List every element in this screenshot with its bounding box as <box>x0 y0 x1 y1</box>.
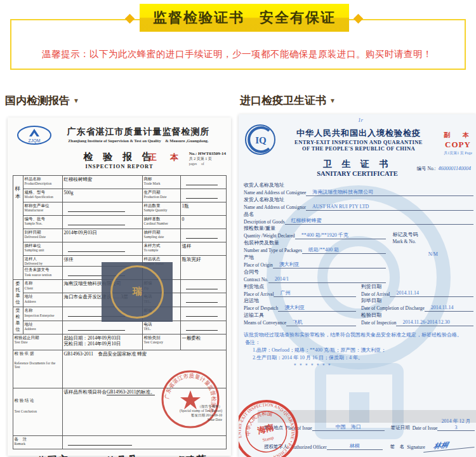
field-label-cn: 到货地点 <box>244 284 356 291</box>
sanitary-certificate: 1r IQ 中华人民共和国出入境检验检疫 ENTRY-EXIT INSPECTI… <box>239 114 476 457</box>
signature-value: 林桐 <box>423 437 476 453</box>
field-label-cell: 送样人Delivered by <box>23 256 62 267</box>
field-label-en: Place of Despatch <box>244 305 278 312</box>
conclusion-text: 该样品所检项目符合 <box>64 389 107 395</box>
value: 1瓶 <box>182 203 225 209</box>
field-label-en: Number and Type of Packages <box>244 248 302 254</box>
field-label-cell: 样品数量Sample Quantity <box>142 202 180 216</box>
label-cn: 生产日期 <box>144 190 179 195</box>
field-label-en: Name and Address of Consignee <box>244 190 306 196</box>
value: 完检日期：2014年09月10日 <box>64 341 141 347</box>
label-cn: 地址 <box>25 294 61 299</box>
value: 0 <box>182 216 225 223</box>
form-field-origin: 产地 Place of Origin澳大利亚 <box>244 255 386 268</box>
signature-label-cn: 签 名 <box>390 444 405 450</box>
field-label-en: Place of Arrival <box>244 291 274 298</box>
label-en: Remark <box>15 442 61 446</box>
org-name-cn: 广东省湛江市质量计量监督检测所 <box>52 126 225 138</box>
field-value: 2014.11.26-2014.12.30 <box>396 319 473 326</box>
field-label-cell: 抽样单位Sampling unit <box>23 242 62 256</box>
field-label-en: Date of Inspection <box>361 320 396 326</box>
blank-line <box>68 439 132 446</box>
org-title-block: 广东省湛江市质量计量监督检测所 Zhanjiang Institute of S… <box>52 126 225 144</box>
label-cn: 标称生产单位 <box>25 203 61 208</box>
label-en: Sample Quantity <box>144 208 179 212</box>
field-label-cn: 报检数量/重量 <box>244 225 386 232</box>
blank-line <box>186 310 218 317</box>
field-label-en: Description of Goods <box>244 219 285 225</box>
seal-note-cn: （报告专用章） <box>127 404 222 409</box>
label-en: Reference Documents for the Test <box>15 361 61 369</box>
field-label-cell: 抽样日期Sampling date <box>142 229 180 242</box>
blank-line <box>68 206 126 212</box>
form-field-packages: 包装种类及数量 Number and Type of Packages纸箱/**… <box>244 240 386 254</box>
label-en: Production Date <box>144 195 179 199</box>
field-label-cell: 抽样基数Cardinal Number <box>142 216 180 229</box>
blank-line <box>68 246 126 252</box>
seal-notes: （报告专用章） (Special stamp of Test Report) 签… <box>127 404 222 423</box>
label-cn: 来样方式 <box>144 243 179 248</box>
field-value: 红柳桉树蜂蜜 <box>285 218 473 225</box>
value: 一般委检 <box>182 335 225 341</box>
label-en: Task source textion <box>25 273 61 277</box>
field-value: **400 箱/**1920 千克 <box>295 232 387 239</box>
blank-line <box>186 296 218 303</box>
field-value: N/M <box>392 251 473 257</box>
form-field-inspection-date: 检验日期 Date of Inspection2014.11.26-2014.1… <box>361 312 473 326</box>
field-value-cell: 送样 <box>180 242 226 256</box>
asterisk-divider: ＊＊＊＊＊＊＊ <box>244 362 381 369</box>
field-label-cn: 卸毕日期 <box>361 298 473 305</box>
chevron-down-icon: ▼ <box>73 97 79 104</box>
signature-block-tested: 主检：Tested By 廖建萌 日期（Date）2014-09-10 <box>159 454 223 457</box>
value: 500g <box>64 190 141 196</box>
org-name-en1: ENTRY-EXIT INSPECTION AND QUARANTINE <box>277 139 440 145</box>
certificate-body: 收货人名称及地址 Name and Address of Consignee海南… <box>239 177 476 369</box>
seal-issue-date-en: Issue Date <box>127 418 222 422</box>
label-en: Test Date <box>15 340 61 344</box>
tip-text: 温馨提示：以下为此次蜂蜜的进口手续证明，少一项都不能确保是原装进口。购买时请查明… <box>42 48 432 60</box>
field-value-cell <box>180 280 226 293</box>
report-pages-cn: 共 2 页第 1 页 <box>189 156 226 162</box>
report-number: No.: HWT03509-14 <box>189 151 226 156</box>
field-label-cn: 品名 <box>244 211 473 218</box>
signature-footer: 批准：Approved By 黄国方 日期（Date）2014-09-10 审核… <box>8 449 231 457</box>
table-row: 标称生产单位Manufacturer 样品数量Sample Quantity 1… <box>13 202 226 216</box>
report-pages-en: pages of <box>189 162 226 166</box>
field-label-cell: 名称Client <box>23 280 62 293</box>
field-value: AUST HAN RUI PTY LTD <box>306 204 473 211</box>
field-label-cell: 规格、型号Model-Specification <box>23 189 62 202</box>
field-value: 2014/1 <box>268 276 387 283</box>
section-title-domestic[interactable]: 国内检测报告▼ <box>5 93 79 108</box>
issue-date-value: 2014 年 12 月 3 <box>437 418 475 431</box>
table-row: 规格、型号Model-Specification 500g 生产日期Produc… <box>13 189 226 202</box>
label-cn: 检验类别 <box>144 335 179 340</box>
form-field-discharge: 卸毕日期 Date of Completion of Discharge2014… <box>361 298 473 312</box>
blank-line <box>186 324 218 331</box>
field-label-cn: 运输工具 <box>244 312 356 319</box>
certificate-number-block: 编号 No.: 4600001140004 <box>417 161 471 173</box>
zjqm-logo-icon: ZJQM <box>17 124 52 147</box>
label-cn: 检 验 结 论 <box>15 398 61 403</box>
label-en: Delivered Date <box>25 235 61 239</box>
field-label-cell: 备 注Remark <box>13 435 62 449</box>
certificate-number-label: 编号 No.: <box>417 166 436 171</box>
section-title-import[interactable]: 进口检疫卫生证书▼ <box>240 93 336 108</box>
table-row: 地址Address 电话TEL. <box>13 321 226 334</box>
label-cn: 抽样日期 <box>144 230 179 235</box>
field-value-cell: 1瓶 <box>180 202 226 216</box>
field-label-cn: 启运地 <box>244 298 356 305</box>
sample-side-cell: 样本 <box>13 176 23 280</box>
label-cn: 备 注 <box>15 437 61 442</box>
group-label-client: 委托单位 <box>13 280 23 307</box>
issue-place-value: 中国 海口 <box>312 423 385 431</box>
field-label-cell: 检验类别Test Category <box>142 334 180 350</box>
label-en: Address <box>25 327 61 331</box>
field-value: 纸箱/**400 箱 <box>302 247 387 254</box>
copy-mark-cn: 副 本 <box>444 131 472 140</box>
table-row: 编号、批号Sample Nos. 抽样基数Cardinal Number 0 <box>13 216 226 229</box>
blank-line <box>186 283 218 289</box>
label-cn: 编号、批号 <box>25 216 61 222</box>
value: 送样 <box>182 243 225 249</box>
field-label-cell: 地址Address <box>23 321 62 334</box>
field-value: 2014.11.14 <box>390 290 473 297</box>
